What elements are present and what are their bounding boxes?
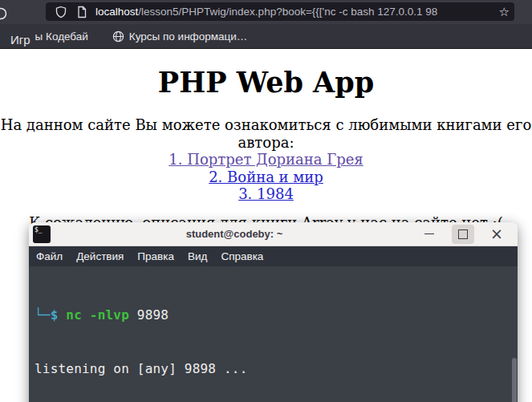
- url-fade: [465, 4, 492, 20]
- terminal-line: listening on [any] 9898 ...: [35, 360, 518, 378]
- browser-chrome: localhost/lesson5/PHPTwig/index.php?book…: [0, 0, 532, 49]
- intro-text: На данном сайте Вы можете ознакомиться с…: [0, 116, 532, 151]
- bookmark-label-part: Игр: [10, 33, 30, 47]
- command-text: nc -nlvp: [66, 307, 129, 323]
- bookmark-item-courses[interactable]: Курсы по информаци…: [112, 30, 247, 43]
- menu-file[interactable]: Файл: [36, 250, 63, 262]
- bookmark-label: Курсы по информаци…: [129, 30, 247, 43]
- page-info-icon[interactable]: [75, 6, 88, 18]
- scrollbar-thumb[interactable]: [512, 358, 517, 402]
- screen: localhost/lesson5/PHPTwig/index.php?book…: [0, 0, 532, 402]
- terminal-title: student@codeby: ~: [51, 228, 418, 240]
- terminal-titlebar[interactable]: $_ student@codeby: ~ ×: [29, 222, 518, 246]
- terminal-app-icon: $_: [33, 225, 51, 243]
- shell-prompt: └─$: [35, 307, 66, 323]
- bookmarks-bar: Игры Кодебай Курсы по информаци…: [0, 24, 532, 48]
- url-toolbar: localhost/lesson5/PHPTwig/index.php?book…: [0, 0, 532, 24]
- bookmark-star-icon[interactable]: ☆: [499, 5, 510, 19]
- book-links: 1. Портрет Дориана Грея 2. Война и мир 3…: [0, 151, 532, 203]
- shield-icon[interactable]: [55, 6, 67, 18]
- command-args: 9898: [129, 307, 169, 323]
- book-link-1[interactable]: 1. Портрет Дориана Грея: [0, 151, 532, 169]
- maximize-button[interactable]: [452, 225, 474, 244]
- url-path: /lesson5/PHPTwig/index.php?book={{['nc -…: [138, 6, 437, 18]
- terminal-menubar: Файл Действия Правка Вид Справка: [29, 246, 518, 266]
- menu-actions[interactable]: Действия: [76, 250, 124, 262]
- menu-help[interactable]: Справка: [221, 250, 263, 262]
- minimize-icon: [424, 233, 434, 234]
- book-link-3[interactable]: 3. 1984: [0, 185, 532, 203]
- book-link-2[interactable]: 2. Война и мир: [0, 169, 532, 186]
- globe-icon: [112, 30, 124, 43]
- page-content: PHP Web App На данном сайте Вы можете оз…: [0, 49, 532, 231]
- minimize-button[interactable]: [418, 225, 441, 244]
- terminal-output[interactable]: └─$ nc -nlvp 9898 listening on [any] 989…: [29, 266, 518, 402]
- url-domain: localhost: [95, 6, 138, 18]
- close-button[interactable]: ×: [485, 225, 508, 244]
- window-controls: ×: [418, 225, 518, 244]
- page-title: PHP Web App: [0, 67, 532, 98]
- menu-edit[interactable]: Правка: [137, 250, 174, 262]
- bookmark-label-part: ы Кодебай: [35, 30, 88, 43]
- partial-toolbar-icon: [0, 7, 7, 20]
- url-text[interactable]: localhost/lesson5/PHPTwig/index.php?book…: [95, 6, 497, 18]
- terminal-line: └─$ nc -nlvp 9898: [35, 307, 518, 324]
- bookmark-item-games[interactable]: Игры Кодебай: [10, 30, 88, 43]
- maximize-icon: [458, 229, 468, 239]
- terminal-window: $_ student@codeby: ~ × Файл Действия Пра…: [29, 222, 518, 402]
- close-icon: ×: [490, 226, 503, 242]
- menu-view[interactable]: Вид: [188, 250, 207, 262]
- address-bar[interactable]: localhost/lesson5/PHPTwig/index.php?book…: [46, 2, 514, 21]
